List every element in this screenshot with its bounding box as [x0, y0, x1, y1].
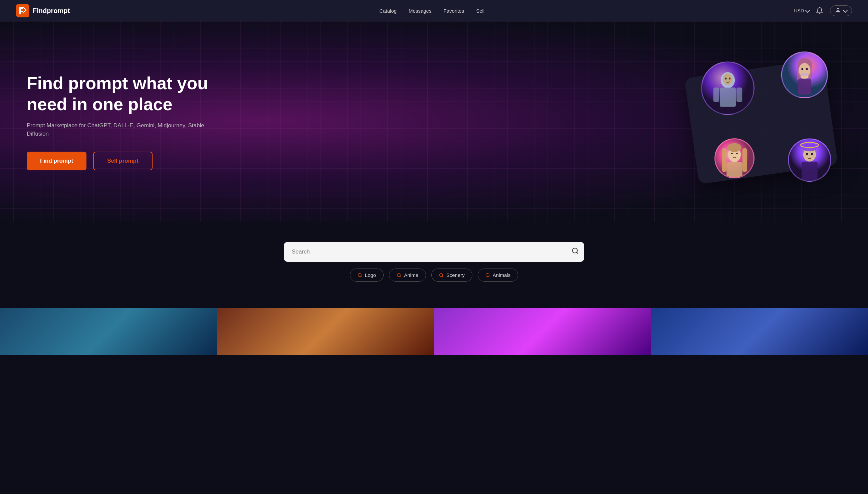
svg-rect-27 — [727, 162, 743, 177]
preview-item-1[interactable] — [0, 308, 217, 355]
nav-favorites[interactable]: Favorites — [443, 8, 464, 14]
search-bar-wrapper — [284, 242, 584, 262]
search-tags: Logo Anime Scenery Animals — [350, 268, 518, 282]
hero-images — [681, 52, 841, 192]
svg-line-36 — [576, 252, 578, 253]
hero-title: Find prompt what you need in one place — [27, 73, 210, 115]
bell-icon — [816, 7, 823, 14]
search-input[interactable] — [284, 242, 584, 262]
currency-selector[interactable]: USD — [794, 8, 809, 13]
navbar: Findprompt Catalog Messages Favorites Se… — [0, 0, 868, 21]
user-icon — [835, 8, 841, 14]
search-section: Logo Anime Scenery Animals — [0, 222, 868, 295]
search-tag-anime[interactable]: Anime — [389, 268, 426, 282]
preview-item-3[interactable] — [434, 308, 651, 355]
svg-rect-18 — [801, 74, 809, 75]
hero-content: Find prompt what you need in one place P… — [27, 73, 210, 170]
avatar-warrior — [701, 61, 754, 115]
tag-search-icon-animals — [486, 273, 490, 278]
preview-item-2[interactable] — [217, 308, 434, 355]
search-tag-animals[interactable]: Animals — [478, 268, 518, 282]
preview-item-4[interactable] — [651, 308, 868, 355]
svg-rect-6 — [736, 88, 742, 102]
hero-buttons: Find prompt Sell prompt — [27, 152, 210, 170]
tag-label-logo: Logo — [365, 272, 376, 278]
search-button[interactable] — [572, 247, 579, 256]
svg-rect-19 — [798, 78, 811, 95]
svg-point-16 — [801, 68, 803, 70]
nav-links: Catalog Messages Favorites Sell — [379, 8, 485, 14]
logo[interactable]: Findprompt — [16, 4, 70, 17]
avatar-mona-lisa — [714, 138, 754, 178]
svg-point-33 — [811, 153, 813, 155]
search-tag-scenery[interactable]: Scenery — [431, 268, 472, 282]
tag-label-animals: Animals — [493, 272, 510, 278]
svg-point-25 — [731, 153, 733, 154]
svg-rect-34 — [802, 162, 817, 181]
svg-point-8 — [725, 77, 727, 79]
svg-point-7 — [723, 74, 733, 85]
find-prompt-button[interactable]: Find prompt — [27, 152, 86, 170]
sell-prompt-button[interactable]: Sell prompt — [93, 152, 153, 170]
nav-sell[interactable]: Sell — [476, 8, 485, 14]
nav-catalog[interactable]: Catalog — [379, 8, 397, 14]
currency-chevron-icon — [805, 8, 810, 12]
svg-rect-22 — [743, 148, 747, 172]
currency-label: USD — [794, 8, 804, 13]
svg-line-40 — [400, 276, 401, 277]
hero-subtitle: Prompt Marketplace for ChatGPT, DALL-E, … — [27, 121, 210, 138]
svg-line-44 — [488, 276, 489, 277]
svg-point-15 — [799, 63, 810, 77]
hero-section: Find prompt what you need in one place P… — [0, 21, 868, 222]
svg-line-38 — [361, 276, 362, 277]
avatar-cyber-woman — [781, 52, 828, 98]
svg-rect-4 — [720, 88, 736, 107]
tag-label-anime: Anime — [404, 272, 418, 278]
search-tag-logo[interactable]: Logo — [350, 268, 383, 282]
svg-point-17 — [806, 68, 808, 70]
svg-line-42 — [442, 276, 443, 277]
svg-rect-5 — [713, 88, 719, 102]
search-icon — [572, 247, 579, 254]
svg-point-32 — [806, 153, 808, 155]
notification-bell-button[interactable] — [816, 7, 823, 14]
svg-point-9 — [729, 77, 730, 79]
svg-rect-21 — [722, 148, 727, 172]
user-account-button[interactable] — [830, 5, 852, 16]
tag-search-icon-logo — [358, 273, 362, 278]
nav-messages[interactable]: Messages — [409, 8, 431, 14]
avatar-neon-man — [788, 138, 831, 182]
tag-search-icon-scenery — [439, 273, 444, 278]
svg-point-24 — [727, 143, 742, 152]
logo-icon — [16, 4, 29, 17]
tag-label-scenery: Scenery — [446, 272, 465, 278]
svg-point-26 — [736, 153, 738, 154]
svg-point-1 — [837, 8, 839, 11]
nav-right: USD — [794, 5, 852, 16]
preview-strip — [0, 308, 868, 355]
tag-search-icon-anime — [397, 273, 401, 278]
user-chevron-icon — [843, 8, 848, 12]
logo-text: Findprompt — [33, 7, 70, 15]
